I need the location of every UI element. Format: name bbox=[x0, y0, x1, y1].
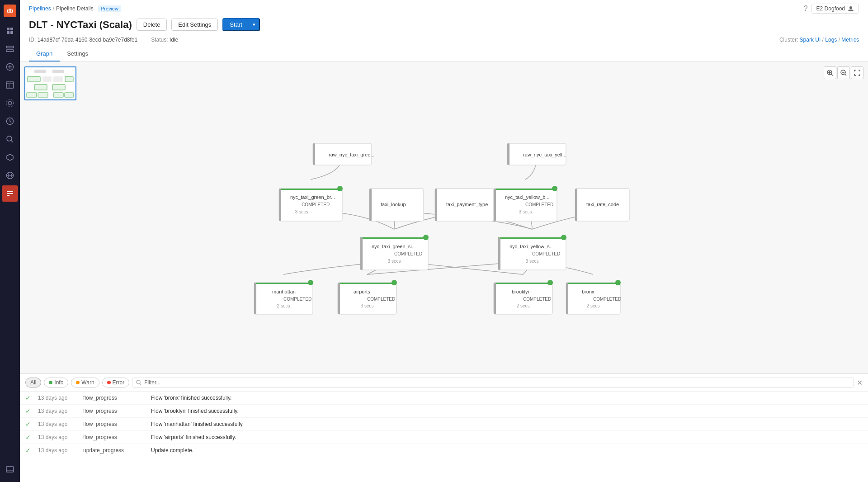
search-icon bbox=[136, 380, 142, 385]
log-panel: All Info Warn Error bbox=[20, 373, 868, 482]
status-value: Idle bbox=[170, 37, 178, 43]
log-search-input[interactable] bbox=[144, 379, 850, 386]
main-content: Pipelines / Pipeline Details Preview ? E… bbox=[20, 0, 868, 482]
svg-point-13 bbox=[6, 99, 14, 107]
id-field: ID: 14ad87cf-70da-4160-8ecd-ba9e7e7d8fe1 bbox=[29, 37, 137, 43]
graph-area[interactable]: raw_nyc_taxi_gree... raw_nyc_taxi_yell..… bbox=[20, 62, 868, 373]
svg-rect-76 bbox=[498, 237, 566, 239]
start-button[interactable]: Start bbox=[222, 18, 248, 31]
tab-graph[interactable]: Graph bbox=[29, 47, 60, 61]
log-message: Update complete. bbox=[151, 447, 863, 454]
svg-rect-5 bbox=[6, 50, 14, 52]
log-timestamp: 13 days ago bbox=[38, 408, 83, 414]
svg-rect-77 bbox=[498, 237, 500, 270]
node-label-green-si: nyc_taxi_green_si... bbox=[372, 244, 416, 249]
log-status-icon: ✓ bbox=[25, 421, 38, 428]
cluster-metrics-link[interactable]: Metrics bbox=[841, 37, 859, 43]
svg-rect-1 bbox=[10, 28, 13, 30]
sidebar-item-table[interactable] bbox=[2, 77, 18, 93]
svg-rect-66 bbox=[494, 189, 557, 190]
log-source: update_progress bbox=[83, 447, 151, 454]
svg-point-90 bbox=[547, 280, 553, 285]
edit-settings-button[interactable]: Edit Settings bbox=[171, 19, 218, 31]
log-entry: ✓ 13 days ago flow_progress Flow 'airpor… bbox=[20, 431, 868, 444]
sidebar-item-bottom[interactable] bbox=[2, 461, 18, 477]
log-close-button[interactable]: ✕ bbox=[857, 378, 863, 387]
log-message: Flow 'brooklyn' finished successfully. bbox=[151, 408, 863, 414]
svg-point-25 bbox=[849, 6, 852, 9]
node-label-taxi-payment: taxi_payment_type bbox=[446, 202, 488, 207]
delete-button[interactable]: Delete bbox=[137, 19, 167, 31]
node-label-yellow-br: nyc_taxi_yellow_b... bbox=[505, 194, 549, 200]
sidebar-item-graph[interactable] bbox=[2, 95, 18, 111]
log-entries: ✓ 13 days ago flow_progress Flow 'bronx'… bbox=[20, 392, 868, 482]
log-status-icon: ✓ bbox=[25, 407, 38, 415]
sidebar-item-workspace[interactable] bbox=[2, 23, 18, 39]
svg-rect-85 bbox=[338, 283, 340, 314]
filter-all-button[interactable]: All bbox=[25, 378, 41, 387]
node-status-yellow-br: COMPLETED bbox=[525, 202, 553, 207]
meta-row: ID: 14ad87cf-70da-4160-8ecd-ba9e7e7d8fe1… bbox=[29, 35, 859, 47]
svg-rect-93 bbox=[566, 283, 568, 314]
start-group: Start ▾ bbox=[222, 18, 259, 31]
breadcrumb-pipelines[interactable]: Pipelines bbox=[29, 5, 51, 12]
svg-rect-59 bbox=[279, 189, 281, 221]
log-toolbar: All Info Warn Error bbox=[20, 374, 868, 392]
log-source: flow_progress bbox=[83, 395, 151, 401]
log-message: Flow 'manhattan' finished successfully. bbox=[151, 421, 863, 427]
id-value: 14ad87cf-70da-4160-8ecd-ba9e7e7d8fe1 bbox=[38, 37, 138, 43]
log-status-icon: ✓ bbox=[25, 434, 38, 441]
svg-point-12 bbox=[8, 101, 12, 105]
help-icon[interactable]: ? bbox=[804, 5, 808, 13]
node-label-raw-yellow: raw_nyc_taxi_yell... bbox=[523, 152, 566, 157]
cluster-field: Cluster: Spark UI / Logs / Metrics bbox=[779, 37, 859, 43]
sidebar-item-community[interactable] bbox=[2, 167, 18, 184]
svg-marker-17 bbox=[7, 154, 13, 161]
user-icon bbox=[848, 5, 854, 12]
warn-dot bbox=[76, 381, 80, 384]
sidebar-item-clock[interactable] bbox=[2, 113, 18, 129]
svg-rect-62 bbox=[369, 189, 372, 221]
svg-rect-2 bbox=[7, 31, 9, 34]
content-area: raw_nyc_taxi_gree... raw_nyc_taxi_yell..… bbox=[20, 62, 868, 482]
filter-warn-button[interactable]: Warn bbox=[71, 378, 99, 387]
node-label-manhattan: manhattan bbox=[272, 289, 296, 294]
cluster-logs-link[interactable]: Logs bbox=[825, 37, 837, 43]
svg-line-96 bbox=[140, 383, 141, 385]
filter-info-button[interactable]: Info bbox=[44, 378, 68, 387]
title-row: DLT - NYCTaxi (Scala) Delete Edit Settin… bbox=[29, 15, 859, 35]
svg-rect-88 bbox=[494, 283, 552, 284]
id-label: ID: bbox=[29, 37, 36, 43]
sidebar-item-new[interactable] bbox=[2, 59, 18, 75]
log-timestamp: 13 days ago bbox=[38, 421, 83, 427]
start-dropdown-button[interactable]: ▾ bbox=[249, 18, 260, 31]
log-status-icon: ✓ bbox=[25, 394, 38, 402]
node-label-taxi-lookup: taxi_lookup bbox=[381, 202, 406, 207]
log-search-field[interactable] bbox=[132, 378, 854, 387]
log-source: flow_progress bbox=[83, 408, 151, 414]
filter-error-button[interactable]: Error bbox=[102, 378, 130, 387]
preview-badge: Preview bbox=[98, 5, 121, 12]
filter-warn-label: Warn bbox=[81, 379, 94, 386]
breadcrumb: Pipelines / Pipeline Details Preview ? E… bbox=[29, 0, 859, 15]
tab-settings[interactable]: Settings bbox=[60, 47, 95, 61]
sidebar-item-search[interactable] bbox=[2, 131, 18, 147]
user-label: E2 Dogfood bbox=[816, 5, 845, 12]
user-menu[interactable]: E2 Dogfood bbox=[811, 4, 859, 14]
node-time-brooklyn: 2 secs bbox=[517, 303, 530, 308]
page-title: DLT - NYCTaxi (Scala) bbox=[29, 19, 132, 31]
svg-rect-80 bbox=[254, 283, 313, 284]
svg-rect-70 bbox=[575, 189, 577, 221]
sidebar-item-pipeline[interactable] bbox=[2, 185, 18, 202]
status-label: Status: bbox=[151, 37, 168, 43]
node-time-airports: 3 secs bbox=[361, 303, 374, 308]
error-dot bbox=[107, 381, 111, 384]
svg-rect-67 bbox=[494, 189, 496, 221]
cluster-spark-ui-link[interactable]: Spark UI bbox=[800, 37, 821, 43]
sidebar-item-data[interactable] bbox=[2, 41, 18, 57]
breadcrumb-separator: / bbox=[53, 5, 54, 12]
sidebar-item-network[interactable] bbox=[2, 149, 18, 165]
log-message: Flow 'bronx' finished successfully. bbox=[151, 395, 863, 401]
graph-canvas: raw_nyc_taxi_gree... raw_nyc_taxi_yell..… bbox=[20, 62, 868, 373]
filter-info-label: Info bbox=[54, 379, 63, 386]
